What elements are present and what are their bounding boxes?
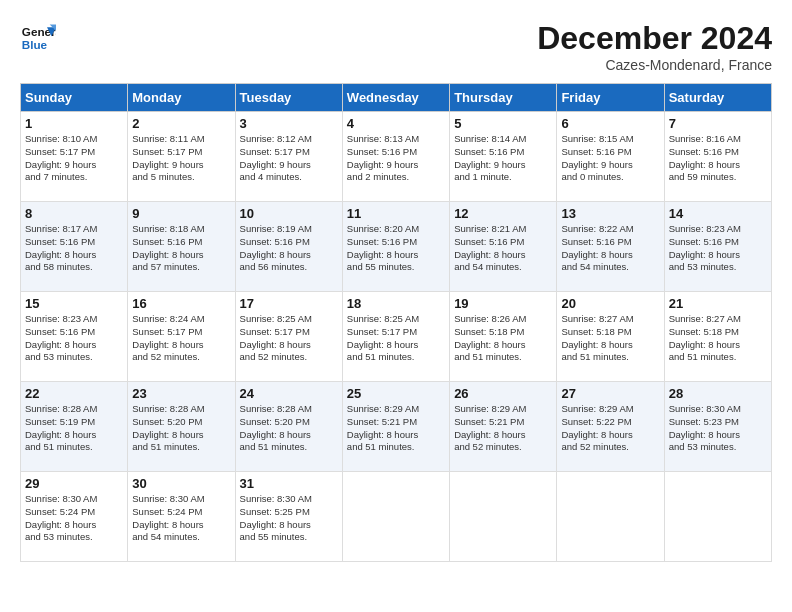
calendar-cell: 30Sunrise: 8:30 AM Sunset: 5:24 PM Dayli…: [128, 472, 235, 562]
calendar-cell: 18Sunrise: 8:25 AM Sunset: 5:17 PM Dayli…: [342, 292, 449, 382]
calendar-cell: 28Sunrise: 8:30 AM Sunset: 5:23 PM Dayli…: [664, 382, 771, 472]
day-number: 16: [132, 296, 230, 311]
day-number: 6: [561, 116, 659, 131]
calendar-cell: 16Sunrise: 8:24 AM Sunset: 5:17 PM Dayli…: [128, 292, 235, 382]
day-number: 28: [669, 386, 767, 401]
day-number: 11: [347, 206, 445, 221]
day-content: Sunrise: 8:23 AM Sunset: 5:16 PM Dayligh…: [25, 313, 123, 364]
day-number: 29: [25, 476, 123, 491]
calendar-cell: 29Sunrise: 8:30 AM Sunset: 5:24 PM Dayli…: [21, 472, 128, 562]
day-number: 15: [25, 296, 123, 311]
day-number: 12: [454, 206, 552, 221]
logo: General Blue: [20, 20, 56, 56]
day-number: 22: [25, 386, 123, 401]
day-content: Sunrise: 8:28 AM Sunset: 5:19 PM Dayligh…: [25, 403, 123, 454]
day-content: Sunrise: 8:17 AM Sunset: 5:16 PM Dayligh…: [25, 223, 123, 274]
day-number: 5: [454, 116, 552, 131]
day-content: Sunrise: 8:29 AM Sunset: 5:22 PM Dayligh…: [561, 403, 659, 454]
calendar-cell: 23Sunrise: 8:28 AM Sunset: 5:20 PM Dayli…: [128, 382, 235, 472]
day-content: Sunrise: 8:10 AM Sunset: 5:17 PM Dayligh…: [25, 133, 123, 184]
week-row-2: 8Sunrise: 8:17 AM Sunset: 5:16 PM Daylig…: [21, 202, 772, 292]
calendar-cell: 11Sunrise: 8:20 AM Sunset: 5:16 PM Dayli…: [342, 202, 449, 292]
header-day-friday: Friday: [557, 84, 664, 112]
day-content: Sunrise: 8:21 AM Sunset: 5:16 PM Dayligh…: [454, 223, 552, 274]
day-content: Sunrise: 8:23 AM Sunset: 5:16 PM Dayligh…: [669, 223, 767, 274]
day-content: Sunrise: 8:30 AM Sunset: 5:23 PM Dayligh…: [669, 403, 767, 454]
day-content: Sunrise: 8:27 AM Sunset: 5:18 PM Dayligh…: [561, 313, 659, 364]
calendar-cell: [450, 472, 557, 562]
calendar-cell: 14Sunrise: 8:23 AM Sunset: 5:16 PM Dayli…: [664, 202, 771, 292]
header-day-wednesday: Wednesday: [342, 84, 449, 112]
calendar-cell: 1Sunrise: 8:10 AM Sunset: 5:17 PM Daylig…: [21, 112, 128, 202]
day-number: 23: [132, 386, 230, 401]
title-block: December 2024 Cazes-Mondenard, France: [537, 20, 772, 73]
day-number: 25: [347, 386, 445, 401]
calendar-cell: 24Sunrise: 8:28 AM Sunset: 5:20 PM Dayli…: [235, 382, 342, 472]
day-number: 14: [669, 206, 767, 221]
day-number: 1: [25, 116, 123, 131]
calendar-cell: 15Sunrise: 8:23 AM Sunset: 5:16 PM Dayli…: [21, 292, 128, 382]
location: Cazes-Mondenard, France: [537, 57, 772, 73]
day-number: 20: [561, 296, 659, 311]
calendar-cell: [664, 472, 771, 562]
day-number: 10: [240, 206, 338, 221]
calendar-cell: 10Sunrise: 8:19 AM Sunset: 5:16 PM Dayli…: [235, 202, 342, 292]
week-row-5: 29Sunrise: 8:30 AM Sunset: 5:24 PM Dayli…: [21, 472, 772, 562]
day-content: Sunrise: 8:25 AM Sunset: 5:17 PM Dayligh…: [240, 313, 338, 364]
day-content: Sunrise: 8:14 AM Sunset: 5:16 PM Dayligh…: [454, 133, 552, 184]
day-number: 4: [347, 116, 445, 131]
week-row-4: 22Sunrise: 8:28 AM Sunset: 5:19 PM Dayli…: [21, 382, 772, 472]
day-number: 8: [25, 206, 123, 221]
day-number: 19: [454, 296, 552, 311]
day-content: Sunrise: 8:30 AM Sunset: 5:24 PM Dayligh…: [25, 493, 123, 544]
header-day-saturday: Saturday: [664, 84, 771, 112]
header-day-tuesday: Tuesday: [235, 84, 342, 112]
day-content: Sunrise: 8:22 AM Sunset: 5:16 PM Dayligh…: [561, 223, 659, 274]
calendar-cell: 22Sunrise: 8:28 AM Sunset: 5:19 PM Dayli…: [21, 382, 128, 472]
calendar-table: SundayMondayTuesdayWednesdayThursdayFrid…: [20, 83, 772, 562]
header-day-thursday: Thursday: [450, 84, 557, 112]
calendar-cell: [557, 472, 664, 562]
day-number: 18: [347, 296, 445, 311]
day-content: Sunrise: 8:26 AM Sunset: 5:18 PM Dayligh…: [454, 313, 552, 364]
day-number: 24: [240, 386, 338, 401]
week-row-1: 1Sunrise: 8:10 AM Sunset: 5:17 PM Daylig…: [21, 112, 772, 202]
day-number: 26: [454, 386, 552, 401]
calendar-cell: 3Sunrise: 8:12 AM Sunset: 5:17 PM Daylig…: [235, 112, 342, 202]
header-row: SundayMondayTuesdayWednesdayThursdayFrid…: [21, 84, 772, 112]
calendar-cell: 4Sunrise: 8:13 AM Sunset: 5:16 PM Daylig…: [342, 112, 449, 202]
day-content: Sunrise: 8:19 AM Sunset: 5:16 PM Dayligh…: [240, 223, 338, 274]
day-content: Sunrise: 8:28 AM Sunset: 5:20 PM Dayligh…: [132, 403, 230, 454]
day-number: 2: [132, 116, 230, 131]
month-title: December 2024: [537, 20, 772, 57]
calendar-cell: 17Sunrise: 8:25 AM Sunset: 5:17 PM Dayli…: [235, 292, 342, 382]
calendar-cell: 2Sunrise: 8:11 AM Sunset: 5:17 PM Daylig…: [128, 112, 235, 202]
day-content: Sunrise: 8:13 AM Sunset: 5:16 PM Dayligh…: [347, 133, 445, 184]
day-number: 3: [240, 116, 338, 131]
day-number: 21: [669, 296, 767, 311]
calendar-cell: 13Sunrise: 8:22 AM Sunset: 5:16 PM Dayli…: [557, 202, 664, 292]
day-number: 31: [240, 476, 338, 491]
calendar-cell: [342, 472, 449, 562]
calendar-cell: 5Sunrise: 8:14 AM Sunset: 5:16 PM Daylig…: [450, 112, 557, 202]
day-content: Sunrise: 8:30 AM Sunset: 5:25 PM Dayligh…: [240, 493, 338, 544]
calendar-cell: 9Sunrise: 8:18 AM Sunset: 5:16 PM Daylig…: [128, 202, 235, 292]
day-number: 27: [561, 386, 659, 401]
calendar-cell: 25Sunrise: 8:29 AM Sunset: 5:21 PM Dayli…: [342, 382, 449, 472]
day-content: Sunrise: 8:12 AM Sunset: 5:17 PM Dayligh…: [240, 133, 338, 184]
calendar-cell: 6Sunrise: 8:15 AM Sunset: 5:16 PM Daylig…: [557, 112, 664, 202]
calendar-cell: 20Sunrise: 8:27 AM Sunset: 5:18 PM Dayli…: [557, 292, 664, 382]
calendar-cell: 12Sunrise: 8:21 AM Sunset: 5:16 PM Dayli…: [450, 202, 557, 292]
day-content: Sunrise: 8:28 AM Sunset: 5:20 PM Dayligh…: [240, 403, 338, 454]
day-content: Sunrise: 8:24 AM Sunset: 5:17 PM Dayligh…: [132, 313, 230, 364]
day-content: Sunrise: 8:30 AM Sunset: 5:24 PM Dayligh…: [132, 493, 230, 544]
day-content: Sunrise: 8:16 AM Sunset: 5:16 PM Dayligh…: [669, 133, 767, 184]
day-number: 17: [240, 296, 338, 311]
calendar-cell: 8Sunrise: 8:17 AM Sunset: 5:16 PM Daylig…: [21, 202, 128, 292]
general-blue-logo-icon: General Blue: [20, 20, 56, 56]
calendar-cell: 19Sunrise: 8:26 AM Sunset: 5:18 PM Dayli…: [450, 292, 557, 382]
day-content: Sunrise: 8:29 AM Sunset: 5:21 PM Dayligh…: [347, 403, 445, 454]
day-number: 9: [132, 206, 230, 221]
svg-text:Blue: Blue: [22, 38, 48, 51]
header-day-sunday: Sunday: [21, 84, 128, 112]
